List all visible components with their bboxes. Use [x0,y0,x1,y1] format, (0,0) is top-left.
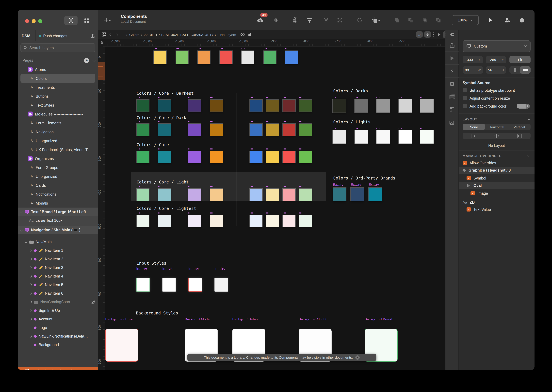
color-swatch[interactable] [299,189,312,201]
sidebar-page-notifications[interactable]: ↳Notifications [21,190,95,199]
color-swatch[interactable] [158,151,171,163]
color-swatch[interactable] [351,188,364,201]
color-swatch[interactable] [420,130,433,144]
symbol-name-label[interactable]: Ex…ry [333,182,346,186]
override-image-row[interactable]: ✓Image [470,191,488,195]
symbol-name-label[interactable]: In…led [215,266,225,270]
horizontal-ruler[interactable]: -1,400-1,300-1,200-1,100-1,000-900-800-7… [98,39,445,47]
push-changes-button[interactable]: Push changes [36,30,98,41]
color-swatch[interactable] [266,189,279,201]
symbol-name-label[interactable]: Backgr…te / Error [105,317,133,321]
sidebar-page-organisms[interactable]: Organisms ------------------ [21,154,95,163]
minimize-window-button[interactable] [32,19,36,23]
download-button[interactable] [424,31,431,38]
color-swatch[interactable] [264,51,276,64]
symbol-name-label[interactable]: Ex…ry [369,182,382,186]
color-swatch[interactable] [420,99,433,112]
preview-button[interactable] [445,52,459,65]
color-swatch[interactable] [333,99,346,112]
insert-image-button[interactable] [445,116,459,129]
layout-none-segment[interactable]: None [463,124,485,130]
background-color-well[interactable] [517,104,530,109]
rotate-button[interactable] [355,15,364,25]
notifications-bell-button[interactable] [517,15,527,25]
color-swatch[interactable] [210,189,223,201]
boolean-subtract-button[interactable] [406,15,415,25]
color-swatch[interactable] [137,215,149,227]
layer-group-coming-soon[interactable]: Nav/ComingSoon [18,298,98,306]
override-symbol-row[interactable]: ✓Symbol [467,176,486,180]
edit-shape-button[interactable] [321,15,330,25]
symbol-contrast-button[interactable] [271,15,280,25]
panel-contrast-button[interactable] [445,30,459,39]
sidebar-page-navigation[interactable]: ↳Navigation [21,127,95,136]
symbol-name-label[interactable]: Backgr…/ Modal [185,317,210,321]
chevron-right-icon[interactable] [29,275,32,278]
symbol-name-label[interactable]: In…ive [136,266,147,270]
color-swatch[interactable] [369,188,382,201]
background-color-checkbox-row[interactable]: Add background color [463,104,506,108]
chevron-right-icon[interactable] [29,301,32,303]
tidy-button[interactable] [305,15,314,25]
color-swatch[interactable] [299,100,312,112]
color-swatch[interactable] [210,100,223,112]
color-swatch[interactable] [283,215,295,227]
color-swatch[interactable] [299,215,312,227]
color-swatch[interactable] [250,124,262,136]
vertical-ruler[interactable]: 0100200300400500600700800900 [98,47,105,370]
resize-button[interactable] [371,15,381,25]
sidebar-page-form-elements[interactable]: ↳Form Elements [21,119,95,127]
hide-toggle-button[interactable] [239,32,247,37]
prototype-start-checkbox-row[interactable]: Set as prototype start point [463,88,515,92]
sidebar-page-cards[interactable]: ↳Cards [21,181,95,190]
override-oval-row[interactable]: Oval [459,182,535,189]
chevron-right-icon[interactable] [29,309,32,312]
override-group-headshot[interactable]: Graphics / Headshot / 8 [459,167,535,174]
color-swatch[interactable] [210,151,223,163]
symbol-name-label[interactable]: Backgr…r / Brand [365,317,392,321]
layout-horizontal-segment[interactable]: Horizontal [485,124,508,130]
breadcrumb-page[interactable]: Colors [129,33,140,36]
layer-nav-item[interactable]: Nav Item 4 [18,272,98,280]
sidebar-page-modals[interactable]: ↳Modals [21,199,95,208]
symbol-name-label[interactable]: In…ror [189,266,199,270]
layer-nav-link-notifications[interactable]: Nav/Link/Notifications/Defa… [18,332,98,341]
sidebar-page-unorganized[interactable]: ↳Unorganized [21,136,95,145]
search-layers-box[interactable] [21,43,95,52]
allow-overrides-row[interactable]: ✓Allow Overrides [463,161,496,165]
width-field[interactable]: 88W [463,66,483,74]
layout-right-to-left-button[interactable] [508,133,531,139]
chevron-right-icon[interactable] [29,292,32,295]
insert-button[interactable] [103,15,112,25]
layout-left-to-right-button[interactable] [463,133,485,139]
color-swatch[interactable] [250,151,262,163]
sidebar-page-atoms[interactable]: Atoms ---------------------- [21,65,95,74]
color-swatch[interactable] [283,124,295,136]
overflow-menu-button[interactable] [431,32,436,37]
input-style-swatch[interactable] [136,278,150,292]
symbol-name-label[interactable]: In…ult [162,266,172,270]
layer-nav-item[interactable]: Nav Item 2 [18,255,98,263]
checkbox-checked[interactable]: ✓ [467,176,471,180]
chevron-right-icon[interactable] [29,283,32,286]
layer-text-brand[interactable]: Text / Brand / Large 16px / Left [18,208,98,216]
breadcrumb-guid[interactable]: 22E0E1F7-BFAF-462E-BAFE-C4B30A24E17B [144,33,216,36]
color-swatch[interactable] [266,151,279,163]
color-swatch[interactable] [299,151,312,163]
sidebar-page-text-styles[interactable]: ↳Text Styles [21,101,95,110]
share-user-button[interactable] [503,15,512,25]
color-swatch[interactable] [210,215,223,227]
override-text-value-row[interactable]: ✓Text Value [467,207,491,211]
color-swatch[interactable] [299,124,312,136]
chevron-down-icon[interactable] [20,210,23,213]
sidebar-page-form-groups[interactable]: ↳Form Groups [21,163,95,172]
zoom-level-select[interactable]: 100% [452,15,479,25]
eye-off-icon[interactable] [91,300,95,304]
run-plugin-button[interactable] [436,32,442,37]
color-swatch[interactable] [250,189,262,201]
color-swatch[interactable] [250,215,262,227]
token-button[interactable] [445,77,459,91]
add-page-button[interactable]: + [84,58,89,63]
layer-nav-item[interactable]: Nav Item 3 [18,263,98,272]
layer-logo[interactable]: Logo [18,323,98,332]
